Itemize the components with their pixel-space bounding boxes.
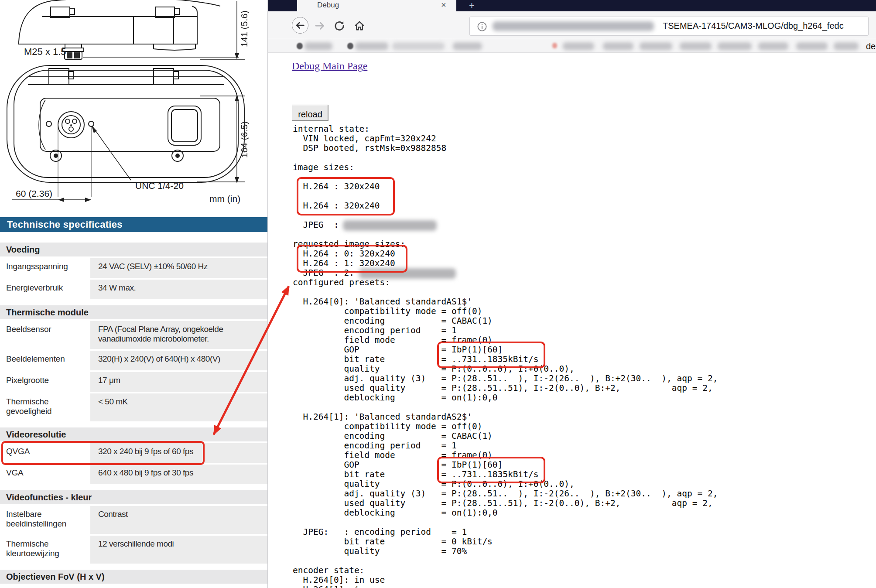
hole-spacing-dimension-label: 60 (2.36) xyxy=(16,188,52,199)
spec-row: Beeldsensor FPA (Focal Plane Array, onge… xyxy=(0,321,267,349)
spec-label: Ingangsspanning xyxy=(0,258,89,278)
reload-button-toolbar[interactable] xyxy=(334,20,345,31)
spec-value: 12 verschillende modi xyxy=(90,536,267,564)
forward-arrow-icon xyxy=(314,20,325,31)
bookmark-item[interactable] xyxy=(834,42,859,50)
bookmark-favicon[interactable] xyxy=(552,43,557,48)
spec-label: Beeldelementen xyxy=(0,351,89,370)
housing-line-drawings xyxy=(0,0,267,209)
spec-label: Instelbare beeldinstellingen xyxy=(0,506,89,534)
spec-value: 640 x 480 bij 9 fps of 30 fps xyxy=(90,465,267,484)
tab-close-icon[interactable]: × xyxy=(441,0,446,10)
browser-window: Debug × + xyxy=(267,0,876,588)
spec-table: Voeding Ingangsspanning 24 VAC (SELV) ±1… xyxy=(0,243,267,584)
bookmark-folder-icon[interactable] xyxy=(347,43,353,49)
spec-row: Ingangsspanning 24 VAC (SELV) ±10% 50/60… xyxy=(0,258,267,278)
spec-value: 17 μm xyxy=(90,372,267,392)
spec-row: Pixelgrootte 17 μm xyxy=(0,372,267,392)
bookmark-item[interactable] xyxy=(453,42,482,50)
bookmark-item[interactable] xyxy=(392,42,445,50)
bookmark-item-cutoff[interactable]: de xyxy=(866,41,876,51)
spec-table-title: Technische specificaties xyxy=(0,217,267,232)
reload-page-button[interactable]: reload xyxy=(292,105,328,121)
spec-value: Contrast xyxy=(90,506,267,534)
forward-button[interactable] xyxy=(314,20,325,31)
spec-row: Thermische gevoeligheid < 50 mK xyxy=(0,393,267,421)
tab-strip: Debug × + xyxy=(268,0,876,11)
bookmark-item[interactable] xyxy=(796,42,828,50)
spec-row-vga: VGA 640 x 480 bij 9 fps of 30 fps xyxy=(0,465,267,484)
datasheet-panel: M25 x 1.5 141 (5.6) 164 (6.5) 60 (2.36) … xyxy=(0,0,267,588)
bookmark-item[interactable] xyxy=(640,42,672,50)
redacted-jpeg-id xyxy=(359,268,456,279)
section-header: Thermische module xyxy=(0,305,267,319)
redacted-jpeg-id xyxy=(343,220,437,231)
reload-icon xyxy=(334,20,345,31)
spec-value: FPA (Focal Plane Array, ongekoelde vanad… xyxy=(90,321,267,349)
new-tab-icon[interactable]: + xyxy=(469,0,475,11)
units-label: mm (in) xyxy=(209,194,240,204)
bookmark-folder-icon[interactable] xyxy=(297,43,303,49)
back-button[interactable] xyxy=(292,17,308,34)
spec-label: QVGA xyxy=(0,443,89,463)
spec-section-videoresolutie: Videoresolutie QVGA 320 x 240 bij 9 fps … xyxy=(0,427,267,484)
back-arrow-icon xyxy=(295,20,305,31)
spec-section-thermische-module: Thermische module Beeldsensor FPA (Focal… xyxy=(0,305,267,421)
spec-value: 320(H) x 240(V) of 640(H) x 480(V) xyxy=(90,351,267,370)
bookmark-item[interactable] xyxy=(305,42,332,50)
screenshot-root: M25 x 1.5 141 (5.6) 164 (6.5) 60 (2.36) … xyxy=(0,0,876,588)
spec-label: Energieverbruik xyxy=(0,280,89,299)
spec-row: Energieverbruik 34 W max. xyxy=(0,280,267,299)
section-header: Videoresolutie xyxy=(0,427,267,441)
thread-dimension-label: UNC 1/4-20 xyxy=(135,181,184,191)
spec-section-objectieven: Objectieven FoV (H x V) xyxy=(0,570,267,584)
bookmark-item[interactable] xyxy=(563,42,594,50)
bookmark-item[interactable] xyxy=(603,42,633,50)
url-bar[interactable]: TSEMEA-17415/CAM3-MLOG/dbg_h264_fedc xyxy=(469,17,869,36)
home-icon xyxy=(354,20,365,31)
spec-value: < 50 mK xyxy=(90,393,267,421)
spec-section-videofuncties: Videofuncties - kleur Instelbare beeldin… xyxy=(0,490,267,564)
section-header: Objectieven FoV (H x V) xyxy=(0,570,267,584)
bookmark-item[interactable] xyxy=(355,42,388,50)
spec-label: VGA xyxy=(0,465,89,484)
spec-label: Thermische kleurtoewijzing xyxy=(0,536,89,564)
tab-title: Debug xyxy=(317,1,339,10)
home-button[interactable] xyxy=(354,20,365,31)
height-dimension-label: 164 (6.5) xyxy=(239,101,250,158)
debug-output-text: internal state: VIN locked, capFmt=320x2… xyxy=(293,124,718,588)
spec-row: Beeldelementen 320(H) x 240(V) of 640(H)… xyxy=(0,351,267,370)
navigation-toolbar: TSEMEA-17415/CAM3-MLOG/dbg_h264_fedc xyxy=(268,11,876,39)
redacted-url-text xyxy=(493,21,654,31)
spec-value: 320 x 240 bij 9 fps of 60 fps xyxy=(90,443,267,463)
bookmark-item[interactable] xyxy=(680,42,712,50)
bookmark-item[interactable] xyxy=(718,42,752,50)
spec-value: 34 W max. xyxy=(90,280,267,299)
length-dimension-label: 141 (5.6) xyxy=(239,3,250,47)
spec-label: Thermische gevoeligheid xyxy=(0,393,89,421)
spec-value: 24 VAC (SELV) ±10% 50/60 Hz xyxy=(90,258,267,278)
gland-dimension-label: M25 x 1.5 xyxy=(24,46,66,58)
debug-main-page-link[interactable]: Debug Main Page xyxy=(292,60,367,72)
bookmark-item[interactable] xyxy=(758,42,788,50)
url-visible-text: TSEMEA-17415/CAM3-MLOG/dbg_h264_fedc xyxy=(663,21,844,31)
page-info-icon[interactable] xyxy=(477,21,487,32)
spec-row: Thermische kleurtoewijzing 12 verschille… xyxy=(0,536,267,564)
section-header: Voeding xyxy=(0,243,267,256)
tab-debug[interactable]: Debug × xyxy=(297,0,456,11)
bookmarks-bar: de xyxy=(268,39,876,53)
section-header: Videofuncties - kleur xyxy=(0,490,267,504)
spec-row: Instelbare beeldinstellingen Contrast xyxy=(0,506,267,534)
page-content: Debug Main Page reload internal state: V… xyxy=(268,53,876,588)
spec-row-qvga: QVGA 320 x 240 bij 9 fps of 60 fps xyxy=(0,443,267,463)
spec-label: Pixelgrootte xyxy=(0,372,89,392)
spec-label: Beeldsensor xyxy=(0,321,89,349)
spec-section-voeding: Voeding Ingangsspanning 24 VAC (SELV) ±1… xyxy=(0,243,267,299)
